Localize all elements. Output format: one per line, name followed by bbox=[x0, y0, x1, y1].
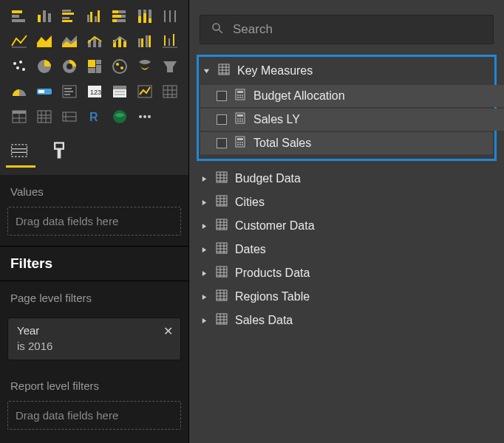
page-filter-card[interactable]: Year is 2016 ✕ bbox=[7, 317, 181, 360]
table-label: Regions Table bbox=[235, 290, 310, 303]
svg-point-49 bbox=[16, 66, 19, 69]
svg-point-118 bbox=[242, 97, 243, 98]
filter-remove-icon[interactable]: ✕ bbox=[163, 324, 173, 338]
field-budget-allocation[interactable]: Budget Allocation bbox=[200, 85, 504, 107]
line-chart-icon[interactable] bbox=[160, 6, 180, 27]
svg-marker-177 bbox=[202, 317, 205, 323]
area-chart-icon[interactable] bbox=[9, 31, 30, 52]
search-icon bbox=[211, 21, 224, 38]
pie-chart-icon[interactable] bbox=[9, 56, 30, 77]
svg-rect-1 bbox=[12, 15, 19, 18]
svg-point-60 bbox=[120, 66, 123, 69]
field-checkbox[interactable] bbox=[217, 91, 227, 101]
line-stacked-column-icon[interactable] bbox=[59, 31, 80, 52]
format-tab-icon[interactable] bbox=[49, 140, 69, 161]
expand-caret-right-icon bbox=[200, 247, 208, 253]
search-input[interactable] bbox=[233, 22, 483, 37]
card-icon[interactable] bbox=[9, 81, 30, 102]
report-filters-drop-zone[interactable]: Drag data fields here bbox=[7, 401, 181, 430]
svg-point-47 bbox=[13, 62, 16, 65]
hundred-stacked-column-chart-icon[interactable] bbox=[134, 6, 155, 27]
svg-point-125 bbox=[239, 120, 241, 122]
svg-text:R: R bbox=[89, 111, 98, 123]
app-root: 123 R Values Drag data fiel bbox=[0, 0, 504, 443]
clustered-bar-chart-icon[interactable] bbox=[59, 6, 80, 27]
svg-rect-38 bbox=[123, 41, 126, 47]
svg-rect-7 bbox=[62, 13, 74, 15]
svg-rect-11 bbox=[90, 12, 92, 22]
svg-rect-84 bbox=[38, 111, 51, 123]
svg-rect-56 bbox=[96, 65, 101, 73]
hundred-stacked-bar-chart-icon[interactable] bbox=[109, 6, 130, 27]
kpi-icon[interactable] bbox=[59, 81, 80, 102]
svg-rect-25 bbox=[149, 18, 151, 23]
table-icon[interactable] bbox=[109, 81, 130, 102]
visualizations-gallery: 123 R bbox=[0, 0, 188, 133]
svg-point-131 bbox=[242, 142, 243, 143]
svg-rect-75 bbox=[163, 86, 177, 97]
filled-map-icon[interactable] bbox=[109, 56, 130, 77]
svg-point-129 bbox=[237, 142, 239, 143]
fields-search[interactable] bbox=[200, 15, 494, 44]
field-checkbox[interactable] bbox=[217, 114, 227, 125]
fields-tab-icon[interactable] bbox=[9, 140, 30, 161]
table-row[interactable]: Budget Data bbox=[197, 167, 497, 190]
ribbon-chart-icon[interactable] bbox=[109, 31, 130, 52]
line-clustered-column-icon[interactable] bbox=[84, 31, 105, 52]
field-total-sales[interactable]: Total Sales bbox=[200, 132, 493, 154]
svg-rect-28 bbox=[174, 10, 176, 22]
waterfall-chart-icon[interactable] bbox=[134, 31, 155, 52]
table-label: Sales Data bbox=[235, 314, 293, 327]
active-tab-underline bbox=[6, 165, 35, 168]
gauge-icon[interactable] bbox=[160, 56, 180, 77]
arcgis-map-icon[interactable] bbox=[109, 106, 130, 127]
expand-caret-right-icon bbox=[200, 199, 208, 206]
treemap-icon[interactable] bbox=[59, 56, 80, 77]
svg-point-132 bbox=[237, 144, 239, 145]
svg-rect-40 bbox=[141, 38, 143, 47]
field-label: Sales LY bbox=[253, 113, 300, 126]
svg-rect-12 bbox=[95, 16, 97, 22]
table-row[interactable]: Cities bbox=[197, 190, 497, 214]
field-label: Total Sales bbox=[253, 137, 311, 150]
svg-point-94 bbox=[139, 115, 142, 118]
decomposition-tree-icon[interactable] bbox=[59, 106, 80, 127]
field-sales-ly[interactable]: Sales LY bbox=[200, 109, 504, 131]
svg-rect-101 bbox=[58, 149, 61, 159]
python-visual-icon[interactable] bbox=[9, 106, 30, 127]
map-icon[interactable] bbox=[84, 56, 105, 77]
table-row[interactable]: Dates bbox=[197, 238, 497, 261]
expand-caret-right-icon bbox=[200, 176, 208, 182]
key-measures-group[interactable]: Key Measures bbox=[200, 58, 493, 83]
r-script-icon[interactable]: R bbox=[84, 106, 105, 127]
stacked-column-chart-icon[interactable] bbox=[34, 6, 55, 27]
slicer-icon[interactable]: 123 bbox=[84, 81, 105, 102]
table-row[interactable]: Products Data bbox=[197, 261, 497, 285]
svg-rect-100 bbox=[55, 143, 64, 149]
table-row[interactable]: Regions Table bbox=[197, 285, 497, 309]
filter-value: is 2016 bbox=[17, 340, 171, 352]
more-visuals-icon[interactable] bbox=[134, 106, 155, 127]
table-row[interactable]: Sales Data bbox=[197, 309, 497, 332]
scatter-chart-icon[interactable] bbox=[160, 31, 180, 52]
multi-row-card-icon[interactable] bbox=[34, 81, 55, 102]
key-influencers-icon[interactable] bbox=[34, 106, 55, 127]
values-drop-zone[interactable]: Drag data fields here bbox=[7, 207, 181, 236]
matrix-icon[interactable] bbox=[134, 81, 155, 102]
svg-rect-26 bbox=[164, 10, 166, 22]
donut-chart-icon[interactable] bbox=[34, 56, 55, 77]
svg-line-103 bbox=[219, 30, 222, 33]
svg-rect-9 bbox=[62, 20, 72, 22]
svg-rect-8 bbox=[62, 17, 69, 19]
stacked-area-chart-icon[interactable] bbox=[34, 31, 55, 52]
svg-rect-3 bbox=[38, 15, 41, 22]
table-row[interactable]: Customer Data bbox=[197, 214, 497, 238]
stacked-bar-chart-icon[interactable] bbox=[9, 6, 30, 27]
r-visual-icon[interactable] bbox=[160, 81, 180, 102]
table-label: Products Data bbox=[235, 267, 310, 280]
funnel-icon[interactable] bbox=[134, 56, 155, 77]
svg-rect-65 bbox=[64, 88, 72, 89]
clustered-column-chart-icon[interactable] bbox=[84, 6, 105, 27]
field-checkbox[interactable] bbox=[217, 138, 227, 148]
svg-rect-81 bbox=[13, 111, 26, 114]
